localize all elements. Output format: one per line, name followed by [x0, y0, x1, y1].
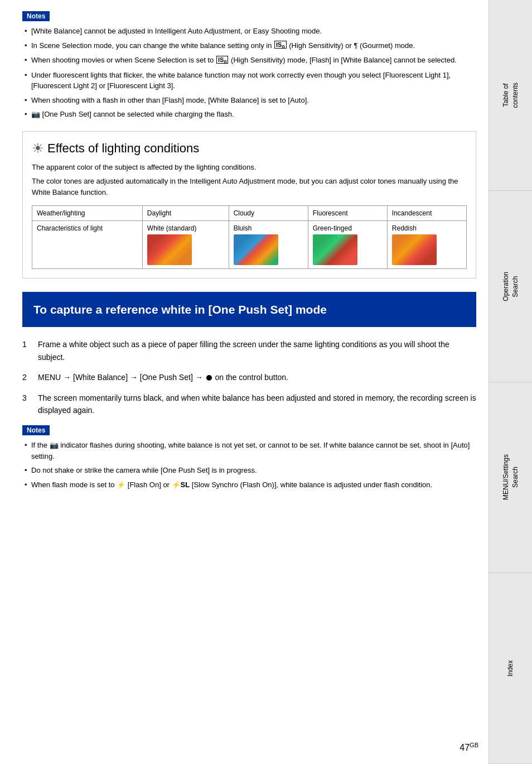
sidebar-tab-menu-settings[interactable]: MENU/SettingsSearch — [489, 382, 532, 573]
section-desc-2: The color tones are adjusted automatical… — [32, 176, 467, 198]
note-item: [White Balance] cannot be adjusted in In… — [22, 26, 476, 37]
sidebar-tab-table-of-contents[interactable]: Table ofcontents — [489, 0, 532, 191]
page-number: 47GB — [460, 742, 478, 753]
swatch-incandescent — [392, 234, 437, 265]
notes-list-1: [White Balance] cannot be adjusted in In… — [22, 26, 476, 120]
note-item: 📷 [One Push Set] cannot be selected whil… — [22, 109, 476, 120]
col-header-2: Cloudy — [229, 206, 308, 221]
cell-daylight: White (standard) — [142, 221, 229, 269]
note2-item-2: Do not shake or strike the camera while … — [22, 465, 476, 476]
col-header-4: Incandescent — [387, 206, 466, 221]
cell-incandescent: Reddish — [387, 221, 466, 269]
lighting-table: Weather/lighting Daylight Cloudy Fluores… — [32, 205, 467, 269]
step-item-3: 3 The screen momentarily turns black, an… — [22, 392, 476, 417]
sidebar: Table ofcontents OperationSearch MENU/Se… — [489, 0, 532, 764]
col-header-1: Daylight — [142, 206, 229, 221]
sidebar-tab-label-op: OperationSearch — [501, 272, 520, 301]
col-header-0: Weather/lighting — [32, 206, 143, 221]
notes-badge-1: Notes — [22, 11, 50, 21]
sidebar-tab-label-index: Index — [506, 660, 515, 676]
notes-list-2: If the 📷 indicator flashes during shooti… — [22, 440, 476, 490]
note-item: Under fluorescent lights that flicker, t… — [22, 70, 476, 92]
lighting-icon: ☀ — [32, 141, 44, 156]
swatch-fluorescent — [313, 234, 357, 265]
circle-icon — [206, 375, 212, 381]
steps-list: 1 Frame a white object such as a piece o… — [22, 338, 476, 416]
step-item-1: 1 Frame a white object such as a piece o… — [22, 338, 476, 363]
lighting-section: ☀ Effects of lighting conditions The app… — [22, 131, 476, 279]
note2-item-1: If the 📷 indicator flashes during shooti… — [22, 440, 476, 462]
notes-section-1: Notes [White Balance] cannot be adjusted… — [22, 11, 476, 120]
sidebar-tab-index[interactable]: Index — [489, 573, 532, 764]
note-item: When shooting movies or when Scene Selec… — [22, 55, 476, 66]
swatch-daylight — [147, 234, 192, 265]
note-item: In Scene Selection mode, you can change … — [22, 40, 476, 52]
notes-badge-2: Notes — [22, 425, 50, 435]
cell-cloudy: Bluish — [229, 221, 308, 269]
step-item-2: 2 MENU → [White Balance] → [One Push Set… — [22, 371, 476, 383]
sidebar-tab-label-toc: Table ofcontents — [501, 83, 520, 108]
sidebar-tab-operation-search[interactable]: OperationSearch — [489, 191, 532, 382]
section-desc-1: The apparent color of the subject is aff… — [32, 162, 467, 173]
row-label: Characteristics of light — [32, 221, 143, 269]
sidebar-tab-label-menu: MENU/SettingsSearch — [501, 454, 520, 500]
notes-section-2: Notes If the 📷 indicator flashes during … — [22, 425, 476, 490]
cell-fluorescent: Green-tinged — [308, 221, 387, 269]
note2-item-3: When flash mode is set to ⚡ [Flash On] o… — [22, 479, 476, 491]
section-title: ☀ Effects of lighting conditions — [32, 141, 467, 156]
col-header-3: Fluorescent — [308, 206, 387, 221]
swatch-cloudy — [234, 234, 278, 265]
note-item: When shooting with a flash in other than… — [22, 95, 476, 106]
capture-section: To capture a reference white in [One Pus… — [22, 292, 476, 327]
capture-title: To capture a reference white in [One Pus… — [33, 302, 465, 317]
